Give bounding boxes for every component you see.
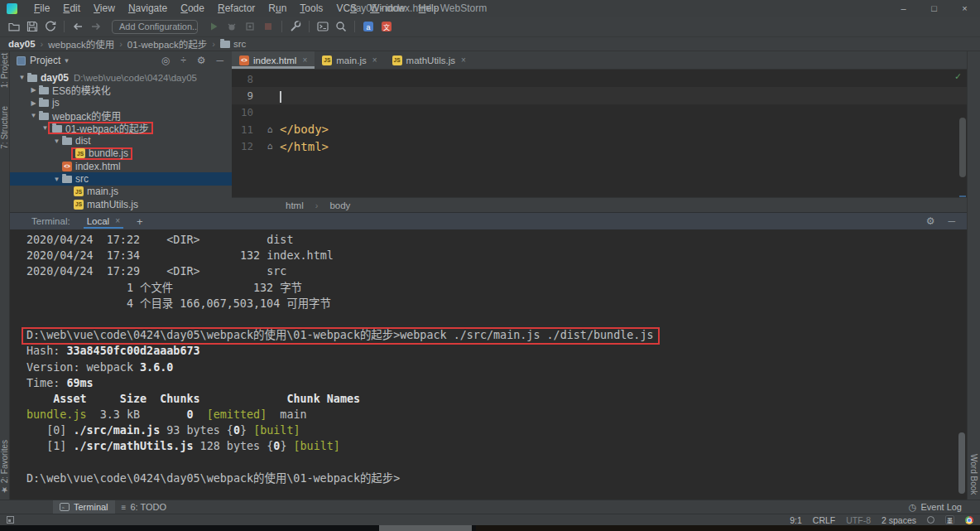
breadcrumb-item[interactable]: src bbox=[220, 39, 246, 49]
forward-icon[interactable] bbox=[87, 17, 105, 36]
editor-breadcrumb-item[interactable]: html bbox=[286, 200, 304, 210]
save-icon[interactable] bbox=[23, 17, 41, 36]
js-icon: JS bbox=[75, 148, 85, 158]
tree-row[interactable]: ▼01-webpack的起步 bbox=[10, 122, 232, 134]
tree-row[interactable]: <>index.html bbox=[10, 160, 232, 172]
editor-tab-mathUtils.js[interactable]: JSmathUtils.js× bbox=[385, 51, 473, 69]
project-panel-title[interactable]: Project bbox=[30, 55, 60, 66]
close-icon[interactable]: × bbox=[115, 216, 120, 225]
close-icon[interactable]: × bbox=[461, 56, 466, 65]
chrome-icon[interactable] bbox=[965, 516, 973, 524]
tree-row[interactable]: ▶ES6的模块化 bbox=[10, 84, 232, 96]
line-number: 12 bbox=[232, 140, 260, 152]
wrench-icon[interactable] bbox=[286, 17, 305, 36]
menu-navigate[interactable]: Navigate bbox=[122, 2, 174, 14]
toolbar-separator bbox=[64, 21, 65, 32]
close-icon[interactable]: × bbox=[949, 0, 980, 17]
tree-node: JSmathUtils.js bbox=[74, 199, 138, 210]
chevron-down-icon: ▼ bbox=[51, 138, 62, 145]
toolwindow-tab-terminal[interactable]: >_Terminal bbox=[53, 500, 115, 514]
run-icon[interactable] bbox=[204, 17, 223, 36]
terminal-tool-icon[interactable] bbox=[314, 17, 332, 36]
line-number: 9 bbox=[232, 89, 260, 102]
translate-blue-plugin-icon[interactable]: a bbox=[359, 17, 377, 36]
gear-icon[interactable]: ⚙ bbox=[197, 55, 206, 66]
event-log-button[interactable]: ◷ Event Log bbox=[909, 502, 962, 513]
taskbar-button bbox=[379, 525, 472, 531]
tree-label: js bbox=[52, 97, 60, 109]
terminal-tab-local[interactable]: Local × bbox=[84, 215, 123, 229]
toolwindow-button-wordbook[interactable]: Word Book bbox=[969, 454, 978, 495]
menu-run[interactable]: Run bbox=[262, 2, 293, 14]
tree-row[interactable]: JSmain.js bbox=[10, 186, 232, 198]
run-configuration-select[interactable]: Add Configuration... bbox=[112, 20, 198, 34]
tree-row[interactable]: ▼webpack的使用 bbox=[10, 109, 232, 122]
translate-red-plugin-icon[interactable]: 文 bbox=[377, 17, 396, 36]
debug-icon[interactable] bbox=[223, 17, 241, 36]
indent-setting[interactable]: 2 spaces bbox=[882, 515, 916, 525]
editor-breadcrumb-item[interactable]: body bbox=[329, 200, 350, 210]
terminal-output[interactable]: 2020/04/24 17:22 <DIR> dist2020/04/24 17… bbox=[10, 229, 967, 500]
breadcrumb-item[interactable]: webpack的使用 bbox=[48, 37, 114, 51]
menu-tools[interactable]: Tools bbox=[293, 2, 329, 14]
caret-position[interactable]: 9:1 bbox=[790, 515, 802, 525]
ink-translate-plugin-icon[interactable]: 墨 bbox=[945, 515, 954, 524]
menu-edit[interactable]: Edit bbox=[56, 2, 87, 14]
locate-icon[interactable]: ◎ bbox=[161, 55, 170, 66]
highlighting-level-icon[interactable] bbox=[927, 516, 934, 524]
toolwindow-tab-label: 6: TODO bbox=[130, 502, 166, 512]
coverage-icon[interactable] bbox=[241, 17, 259, 36]
terminal-scrollbar[interactable] bbox=[958, 432, 965, 494]
tree-label: ES6的模块化 bbox=[52, 83, 111, 97]
toolwindow-button-project[interactable]: 1: Project bbox=[0, 53, 9, 88]
search-icon[interactable] bbox=[332, 17, 350, 36]
tree-row[interactable]: JSbundle.js bbox=[10, 147, 232, 160]
editor-tab-main.js[interactable]: JSmain.js× bbox=[315, 51, 384, 69]
open-icon[interactable] bbox=[5, 17, 23, 36]
tree-row[interactable]: JSmathUtils.js bbox=[10, 198, 232, 210]
toolwindow-button-favorites[interactable]: ★ 2: Favorites bbox=[0, 440, 9, 495]
line-number: 10 bbox=[232, 106, 260, 118]
tree-row[interactable]: ▶js bbox=[10, 97, 232, 109]
breadcrumb-item[interactable]: 01-webpack的起步 bbox=[127, 37, 208, 51]
line-separator[interactable]: CRLF bbox=[813, 515, 835, 525]
tree-row[interactable]: ▼day05D:\web\vue\code\0424\day05 bbox=[10, 71, 232, 84]
maximize-icon[interactable]: □ bbox=[919, 0, 949, 17]
project-tree: ▼day05D:\web\vue\code\0424\day05▶ES6的模块化… bbox=[10, 70, 232, 212]
editor[interactable]: ✓ 891011⌂</body>12⌂</html> bbox=[232, 70, 967, 197]
file-encoding[interactable]: UTF-8 bbox=[846, 515, 871, 525]
new-terminal-session-button[interactable]: + bbox=[137, 215, 143, 228]
stop-icon[interactable] bbox=[259, 17, 277, 36]
tree-row[interactable]: ▼dist bbox=[10, 134, 232, 147]
editor-line: 8 bbox=[232, 70, 967, 87]
chevron-down-icon[interactable]: ▾ bbox=[65, 56, 69, 65]
gear-icon[interactable]: ⚙ bbox=[926, 215, 935, 227]
terminal-icon: >_ bbox=[60, 503, 70, 511]
menu-file[interactable]: File bbox=[27, 2, 56, 14]
minimize-icon[interactable]: – bbox=[888, 0, 919, 17]
editor-tab-index.html[interactable]: <>index.html× bbox=[232, 51, 315, 69]
svg-text:文: 文 bbox=[383, 23, 390, 31]
back-icon[interactable] bbox=[69, 17, 87, 36]
collapse-all-icon[interactable]: ÷ bbox=[180, 55, 186, 66]
breadcrumb-item[interactable]: day05 bbox=[8, 39, 36, 49]
fold-icon[interactable]: ⌂ bbox=[260, 141, 280, 152]
hide-panel-icon[interactable]: ─ bbox=[948, 215, 955, 227]
fold-icon[interactable]: ⌂ bbox=[260, 124, 280, 135]
toolwindow-switcher-icon[interactable] bbox=[7, 516, 14, 524]
close-icon[interactable]: × bbox=[302, 56, 307, 65]
code-text: </html> bbox=[280, 140, 329, 153]
toolwindow-tab-6--todo[interactable]: ≡6: TODO bbox=[115, 500, 173, 514]
tree-row[interactable]: ▼src bbox=[10, 172, 232, 185]
terminal-line: bundle.js 3.3 kB 0 [emitted] main bbox=[26, 407, 967, 422]
editor-scrollbar[interactable] bbox=[959, 118, 966, 177]
menu-code[interactable]: Code bbox=[174, 2, 211, 14]
close-icon[interactable]: × bbox=[372, 56, 377, 65]
toolwindow-button-structure[interactable]: 7: Structure bbox=[0, 106, 9, 149]
menu-refactor[interactable]: Refactor bbox=[211, 2, 262, 14]
hide-panel-icon[interactable]: ─ bbox=[216, 55, 223, 66]
terminal-line: D:\web\vue\code\0424\day05\webpack的使用\01… bbox=[26, 471, 967, 486]
sync-icon[interactable] bbox=[41, 17, 60, 36]
menu-view[interactable]: View bbox=[87, 2, 122, 14]
chevron-right-icon: ▶ bbox=[28, 86, 39, 94]
